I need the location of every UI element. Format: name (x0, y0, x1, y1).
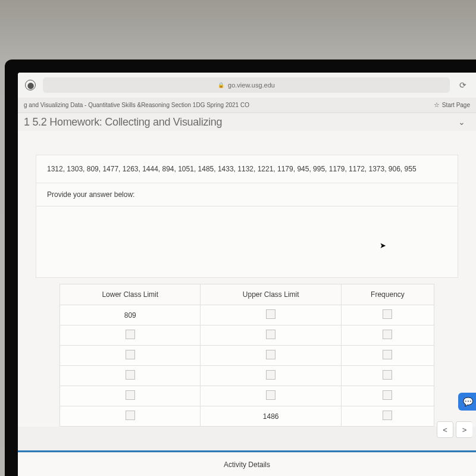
table-row: 1486 (60, 406, 434, 427)
nav-buttons: < > (437, 421, 472, 438)
cell-upper[interactable] (201, 366, 341, 386)
footer-bar[interactable]: Activity Details (18, 452, 476, 476)
cell-freq[interactable] (341, 366, 434, 386)
star-icon: ☆ (434, 101, 440, 109)
cell-freq[interactable] (341, 386, 434, 406)
table-row (60, 366, 434, 386)
extension-icon[interactable]: ⬤ (25, 80, 36, 90)
cell-lower[interactable] (60, 346, 201, 366)
chat-icon[interactable]: 💬 (458, 393, 476, 411)
cell-upper[interactable] (201, 386, 341, 406)
input-box[interactable] (266, 330, 275, 339)
input-box[interactable] (383, 350, 392, 359)
reload-icon[interactable]: ⟳ (457, 79, 469, 91)
screen: ⬤ 🔒 go.view.usg.edu ⟳ g and Visualizing … (18, 73, 476, 476)
page-title: 1 5.2 Homework: Collecting and Visualizi… (24, 116, 222, 129)
cell-upper[interactable] (201, 305, 341, 325)
lock-icon: 🔒 (218, 82, 224, 88)
data-list-text: 1312, 1303, 809, 1477, 1263, 1444, 894, … (47, 165, 416, 173)
url-text: go.view.usg.edu (228, 82, 275, 89)
table-row (60, 346, 434, 366)
input-box[interactable] (266, 309, 275, 319)
tab-title[interactable]: g and Visualizing Data - Quantitative Sk… (24, 102, 249, 108)
prev-button[interactable]: < (437, 421, 453, 438)
cell-freq[interactable] (341, 406, 434, 427)
input-box[interactable] (126, 411, 135, 420)
input-box[interactable] (383, 370, 392, 380)
cell-upper[interactable] (201, 325, 341, 346)
chevron-down-icon[interactable]: ⌄ (458, 117, 470, 127)
cell-lower[interactable] (60, 325, 201, 346)
frequency-table: Lower Class Limit Upper Class Limit Freq… (60, 284, 434, 427)
cell-freq[interactable] (341, 346, 434, 366)
input-box[interactable] (126, 350, 135, 359)
cell-freq[interactable] (341, 325, 434, 346)
input-box[interactable] (126, 370, 135, 380)
input-box[interactable] (383, 411, 392, 420)
table-row (60, 386, 434, 406)
header-lower: Lower Class Limit (60, 284, 201, 305)
table-header-row: Lower Class Limit Upper Class Limit Freq… (60, 284, 434, 305)
cell-lower[interactable]: 809 (60, 305, 201, 325)
cell-freq[interactable] (341, 305, 434, 325)
start-page-label: Start Page (442, 102, 470, 108)
cell-upper[interactable] (201, 346, 341, 366)
input-box[interactable] (383, 390, 392, 400)
frequency-table-wrap: Lower Class Limit Upper Class Limit Freq… (60, 284, 434, 427)
table-row: 809 (60, 305, 434, 325)
input-box[interactable] (266, 390, 275, 400)
photo-background: ⬤ 🔒 go.view.usg.edu ⟳ g and Visualizing … (0, 0, 476, 476)
input-box[interactable] (266, 350, 275, 359)
cell-lower[interactable] (60, 366, 201, 386)
activity-details-label: Activity Details (224, 461, 270, 469)
input-box[interactable] (383, 330, 392, 339)
data-list-box: 1312, 1303, 809, 1477, 1263, 1444, 894, … (36, 155, 458, 183)
cell-upper[interactable]: 1486 (201, 406, 341, 427)
work-area[interactable]: ➤ (36, 206, 458, 278)
input-box[interactable] (266, 370, 275, 380)
laptop-bezel: ⬤ 🔒 go.view.usg.edu ⟳ g and Visualizing … (5, 60, 476, 476)
mouse-cursor-icon: ➤ (380, 241, 386, 250)
tab-strip: g and Visualizing Data - Quantitative Sk… (18, 98, 476, 113)
input-box[interactable] (126, 330, 135, 339)
next-button[interactable]: > (456, 421, 472, 438)
answer-prompt-box: Provide your answer below: (36, 183, 458, 206)
cell-lower[interactable] (60, 406, 201, 427)
browser-toolbar: ⬤ 🔒 go.view.usg.edu ⟳ (18, 73, 476, 98)
page-header: 1 5.2 Homework: Collecting and Visualizi… (18, 113, 476, 131)
content-area: 1312, 1303, 809, 1477, 1263, 1444, 894, … (18, 131, 476, 427)
input-box[interactable] (126, 390, 135, 400)
input-box[interactable] (383, 309, 392, 319)
url-bar[interactable]: 🔒 go.view.usg.edu (43, 77, 450, 93)
start-page-button[interactable]: ☆ Start Page (434, 101, 470, 109)
cell-lower[interactable] (60, 386, 201, 406)
answer-prompt: Provide your answer below: (47, 190, 134, 199)
header-freq: Frequency (341, 284, 434, 305)
table-row (60, 325, 434, 346)
header-upper: Upper Class Limit (201, 284, 341, 305)
